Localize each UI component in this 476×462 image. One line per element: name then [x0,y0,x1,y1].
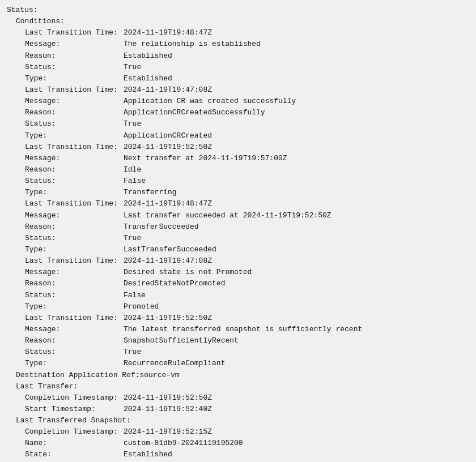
value-label: True [124,346,141,358]
value-label: Idle [124,164,141,176]
key-label: Type: [7,244,124,255]
value-label: source-vm [139,370,179,381]
key-label: Start Timestamp: [7,404,124,415]
value-label: 2024-11-19T19:52:50Z [124,142,212,153]
key-label: Conditions: [7,16,133,27]
key-label: Status: [7,118,124,130]
key-label: Last Transition Time: [7,255,124,267]
key-label: Reason: [7,164,124,176]
table-row: Status:True [7,118,476,130]
value-label: ApplicationCRCreatedSuccessfully [124,107,265,118]
value-label: Established [124,73,172,84]
table-row: Message:The latest transferred snapshot … [7,324,476,335]
table-row: Last Transition Time:2024-11-19T19:52:50… [7,142,476,153]
table-row: Type:Established [7,73,476,84]
table-row: Status:False [7,176,476,187]
key-label: Type: [7,73,124,84]
value-label: Desired state is not Promoted [124,267,252,278]
main-content: Status:Conditions:Last Transition Time:2… [7,5,476,462]
table-row: Reason:TransferSucceeded [7,221,476,233]
value-label: SnapshotSufficientlyRecent [124,335,239,346]
value-label: LastTransferSucceeded [124,244,216,255]
key-label: Reason: [7,221,124,233]
value-label: RecurrenceRuleCompliant [124,358,225,369]
value-label: False [124,290,146,301]
key-label: Last Transition Time: [7,198,124,209]
table-row: Reason:Established [7,50,476,62]
table-row: Start Timestamp:2024-11-19T19:52:40Z [7,404,476,415]
table-row: Reason:Idle [7,164,476,176]
key-label: Last Transferred Snapshot: [7,415,133,426]
table-row: Message:Application CR was created succe… [7,96,476,107]
key-label: State: [7,449,124,460]
value-label: 2024-11-19T19:52:40Z [124,404,212,415]
key-label: Name: [7,438,124,449]
value-label: 2024-11-19T19:52:50Z [124,313,212,324]
table-row: Type:RecurrenceRuleCompliant [7,358,476,369]
value-label: ApplicationCRCreated [124,130,212,142]
key-label: Last Transition Time: [7,84,124,96]
key-label: Type: [7,358,124,369]
value-label: custom-81db9-20241119195200 [124,438,243,449]
table-row: Status:True [7,233,476,244]
value-label: Next transfer at 2024-11-19T19:57:00Z [124,153,287,164]
table-row: Status:False [7,290,476,301]
key-label: Last Transition Time: [7,27,124,38]
value-label: Last transfer succeeded at 2024-11-19T19… [124,210,332,221]
value-label: 2024-11-19T19:48:47Z [124,198,212,209]
value-label: Established [124,50,172,62]
table-row: Last Transferred Snapshot: [7,415,476,426]
key-label: Last Transition Time: [7,313,124,324]
key-label: Status: [7,290,124,301]
table-row: Status:True [7,62,476,73]
table-row: Type:Promoted [7,301,476,313]
value-label: 2024-11-19T19:47:08Z [124,84,212,96]
key-label: Type: [7,130,124,142]
key-label: Message: [7,38,124,50]
value-label: True [124,233,141,244]
value-label: TransferSucceeded [124,221,199,233]
table-row: Message:The relationship is established [7,38,476,50]
table-row: Type:Transferring [7,187,476,198]
table-row: Last Transition Time:2024-11-19T19:47:08… [7,255,476,267]
value-label: 2024-11-19T19:47:08Z [124,255,212,267]
table-row: Status:True [7,346,476,358]
table-row: Completion Timestamp:2024-11-19T19:52:50… [7,392,476,404]
value-label: 2024-11-19T19:48:47Z [124,27,212,38]
key-label: Status: [7,5,142,16]
value-label: False [124,176,146,187]
key-label: Type: [7,187,124,198]
table-row: Last Transition Time:2024-11-19T19:52:50… [7,313,476,324]
table-row: State:Established [7,449,476,460]
key-label: Status: [7,176,124,187]
table-row: Message:Last transfer succeeded at 2024-… [7,210,476,221]
key-label: Last Transfer: [7,381,133,392]
value-label: True [124,62,141,73]
value-label: 2024-11-19T19:52:50Z [124,392,212,404]
value-label: The latest transferred snapshot is suffi… [124,324,362,335]
key-label: Message: [7,153,124,164]
key-label: Completion Timestamp: [7,426,124,438]
value-label: DesiredStateNotPromoted [124,278,225,289]
key-label: Reason: [7,335,124,346]
table-row: Last Transition Time:2024-11-19T19:48:47… [7,27,476,38]
value-label: Application CR was created successfully [124,96,296,107]
key-label: Message: [7,324,124,335]
key-label: Message: [7,96,124,107]
value-label: Promoted [124,301,159,313]
value-label: True [124,118,141,130]
value-label: The relationship is established [124,38,261,50]
table-row: Last Transition Time:2024-11-19T19:48:47… [7,198,476,209]
table-row: Conditions: [7,16,476,27]
table-row: Destination Application Ref:source-vm [7,370,476,381]
table-row: Completion Timestamp:2024-11-19T19:52:15… [7,426,476,438]
key-label: Status: [7,346,124,358]
key-label: Message: [7,210,124,221]
key-label: Last Transition Time: [7,142,124,153]
table-row: Status: [7,5,476,16]
table-row: Name:custom-81db9-20241119195200 [7,438,476,449]
key-label: Type: [7,301,124,313]
table-row: Last Transition Time:2024-11-19T19:47:08… [7,84,476,96]
value-label: Established [124,449,172,460]
table-row: Type:ApplicationCRCreated [7,130,476,142]
